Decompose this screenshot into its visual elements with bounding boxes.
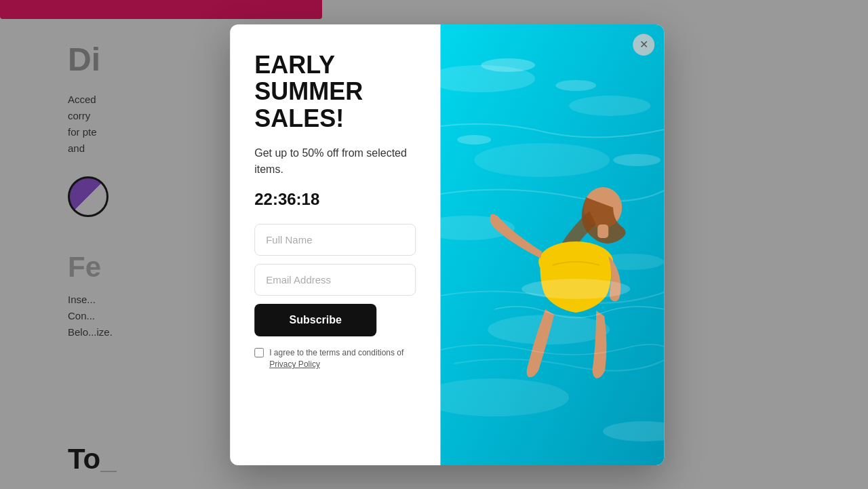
close-button[interactable]: ✕ — [633, 34, 654, 56]
modal-left-panel: EARLY SUMMER SALES! Get up to 50% off fr… — [230, 24, 440, 465]
svg-point-2 — [569, 96, 650, 116]
svg-point-16 — [521, 279, 630, 299]
svg-point-9 — [481, 58, 535, 72]
svg-point-10 — [555, 80, 596, 91]
subscribe-button[interactable]: Subscribe — [254, 304, 376, 336]
modal-image-panel: ✕ — [440, 24, 664, 465]
pool-image — [440, 24, 664, 465]
terms-row: I agree to the terms and conditions of P… — [254, 347, 416, 370]
svg-point-12 — [613, 154, 660, 166]
modal-timer: 22:36:18 — [254, 190, 416, 209]
privacy-policy-link[interactable]: Privacy Policy — [269, 359, 320, 369]
svg-point-11 — [457, 135, 491, 144]
close-icon: ✕ — [639, 38, 648, 51]
svg-rect-14 — [597, 224, 608, 238]
pool-scene — [440, 24, 664, 465]
full-name-input[interactable] — [254, 224, 416, 256]
email-input[interactable] — [254, 264, 416, 296]
modal-subtitle: Get up to 50% off from selected items. — [254, 145, 416, 178]
terms-checkbox[interactable] — [254, 348, 264, 357]
modal-title: EARLY SUMMER SALES! — [254, 52, 416, 132]
popup-modal: EARLY SUMMER SALES! Get up to 50% off fr… — [230, 24, 664, 465]
svg-point-3 — [474, 143, 610, 177]
terms-text: I agree to the terms and conditions of P… — [269, 347, 416, 370]
